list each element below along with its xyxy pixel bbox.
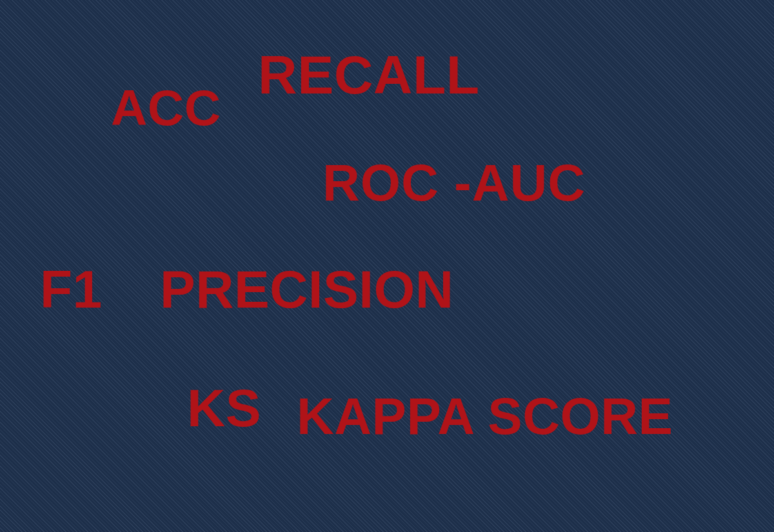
label-f1: F1 bbox=[40, 259, 103, 320]
label-kappa-score: KAPPA SCORE bbox=[297, 387, 673, 446]
label-acc: ACC bbox=[111, 79, 221, 137]
metrics-word-canvas: RECALL ACC ROC -AUC F1 PRECISION KS KAPP… bbox=[0, 0, 774, 532]
label-precision: PRECISION bbox=[160, 259, 454, 320]
label-roc-auc: ROC -AUC bbox=[322, 153, 586, 213]
label-ks: KS bbox=[187, 378, 261, 438]
label-recall: RECALL bbox=[258, 44, 480, 106]
